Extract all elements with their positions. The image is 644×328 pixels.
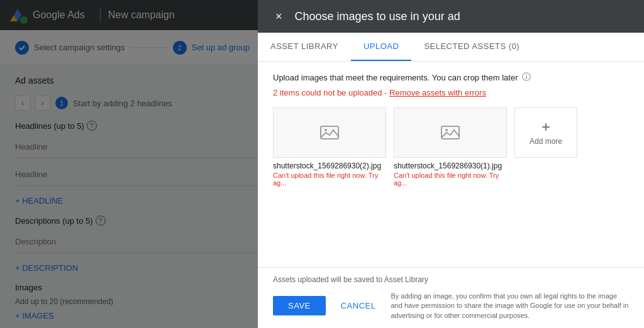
- choose-images-modal: × Choose images to use in your ad ASSET …: [258, 0, 644, 328]
- save-button[interactable]: SAVE: [273, 296, 326, 315]
- remove-errors-link[interactable]: Remove assets with errors: [389, 88, 486, 97]
- tab-selected-assets[interactable]: SELECTED ASSETS (0): [411, 33, 532, 61]
- svg-point-4: [325, 129, 327, 131]
- footer-disclaimer: By adding an image, you confirm that you…: [391, 292, 629, 320]
- add-more-button[interactable]: + Add more: [514, 107, 577, 158]
- info-icon[interactable]: ⓘ: [522, 72, 531, 83]
- upload-description: Upload images that meet the requirements…: [273, 72, 629, 83]
- modal-footer: Assets uploaded will be saved to Asset L…: [258, 267, 644, 328]
- modal-body: Upload images that meet the requirements…: [258, 62, 644, 267]
- footer-actions: SAVE CANCEL By adding an image, you conf…: [273, 292, 629, 320]
- modal-tabs: ASSET LIBRARY UPLOAD SELECTED ASSETS (0): [258, 33, 644, 62]
- modal-title: Choose images to use in your ad: [295, 10, 460, 23]
- modal-close-button[interactable]: ×: [273, 8, 285, 25]
- image-error-2: Can't upload this file right now. Try ag…: [394, 172, 507, 187]
- svg-point-6: [445, 129, 448, 131]
- image-thumb-2: [394, 107, 507, 158]
- image-thumb-1: [273, 107, 386, 158]
- footer-saved-text: Assets uploaded will be saved to Asset L…: [273, 275, 629, 284]
- add-more-label: Add more: [530, 137, 562, 146]
- tab-upload[interactable]: UPLOAD: [351, 33, 411, 61]
- image-error-1: Can't upload this file right now. Try ag…: [273, 172, 386, 187]
- image-placeholder-icon-2: [440, 124, 460, 141]
- page-container: Google Ads New campaign Select campaign …: [0, 0, 644, 328]
- overlay-dim: [0, 0, 258, 328]
- image-grid: shutterstock_1569286930(2).jpg Can't upl…: [273, 107, 629, 187]
- tab-asset-library[interactable]: ASSET LIBRARY: [258, 33, 351, 61]
- image-card-1: shutterstock_1569286930(2).jpg Can't upl…: [273, 107, 386, 187]
- cancel-button[interactable]: CANCEL: [336, 296, 381, 315]
- error-message: 2 items could not be uploaded - Remove a…: [273, 88, 629, 97]
- image-name-1: shutterstock_1569286930(2).jpg: [273, 161, 386, 170]
- image-placeholder-icon-1: [319, 124, 340, 141]
- image-card-2: shutterstock_1569286930(1).jpg Can't upl…: [394, 107, 507, 187]
- image-name-2: shutterstock_1569286930(1).jpg: [394, 161, 507, 170]
- modal-header: × Choose images to use in your ad: [258, 0, 644, 33]
- add-more-plus-icon: +: [541, 119, 550, 134]
